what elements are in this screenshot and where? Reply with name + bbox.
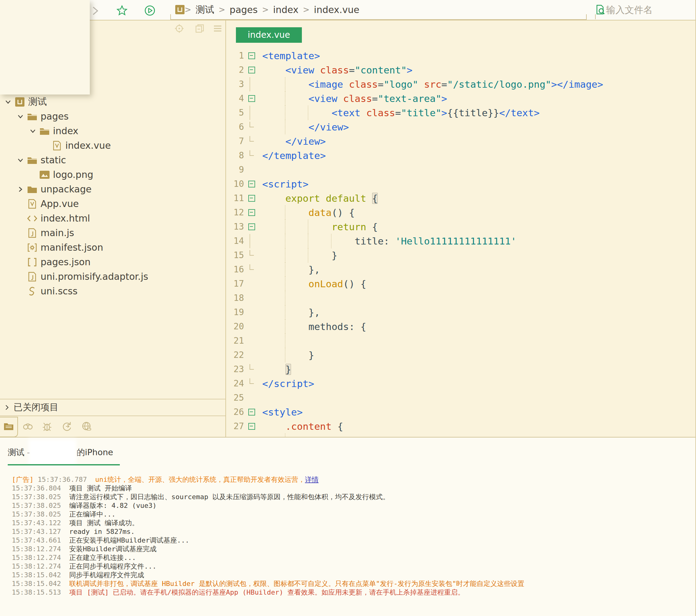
search-tab-icon[interactable] <box>22 421 33 432</box>
code-line-22[interactable]: 22} <box>226 348 696 362</box>
fold-toggle-icon[interactable] <box>246 91 259 106</box>
code-line-1[interactable]: 1<template> <box>226 49 696 63</box>
code-line-11[interactable]: 11export default { <box>226 191 696 205</box>
code-line-9[interactable]: 9 <box>226 163 696 177</box>
line-number: 1 <box>226 49 246 63</box>
code-line-23[interactable]: 23} <box>226 362 696 376</box>
scss-file-icon <box>27 286 37 296</box>
tree-item-x[interactable]: 测试 <box>0 94 225 109</box>
line-number: 25 <box>226 391 246 405</box>
breadcrumb-item[interactable]: 测试 <box>196 3 214 16</box>
tree-item-pages.json[interactable]: pages.json <box>0 255 225 269</box>
breadcrumb-item[interactable]: index <box>273 4 299 15</box>
folder-file-icon <box>27 155 37 166</box>
menu-icon[interactable] <box>213 24 223 33</box>
code-line-10[interactable]: 10<script> <box>226 177 696 191</box>
fold-toggle-icon[interactable] <box>246 49 259 63</box>
files-tab-icon[interactable] <box>3 421 14 432</box>
json-file-icon <box>27 257 37 267</box>
tree-item-logo.png[interactable]: logo.png <box>0 167 225 182</box>
fold-gutter <box>246 262 259 277</box>
code-line-6[interactable]: 6</view> <box>226 120 696 134</box>
code-line-17[interactable]: 17onLoad() { <box>226 277 696 291</box>
tree-item-manifest.json[interactable]: manifest.json <box>0 240 225 255</box>
chevron-placeholder <box>17 258 25 266</box>
code-editor[interactable]: index.vue 1<template>2<view class="conte… <box>226 20 696 437</box>
code-line-7[interactable]: 7</view> <box>226 134 696 149</box>
log-timestamp: 15:37:43.661 <box>12 536 69 544</box>
code-text: </script> <box>259 376 314 391</box>
line-number: 8 <box>226 149 246 163</box>
fold-gutter <box>246 305 259 320</box>
code-line-28[interactable]: 28display: flex; <box>226 433 696 437</box>
log-timestamp: 15:37:38.025 <box>12 510 69 518</box>
code-line-14[interactable]: 14title: 'Hello11111111111111' <box>226 234 696 248</box>
fold-toggle-icon[interactable] <box>246 63 259 77</box>
code-line-13[interactable]: 13return { <box>226 220 696 234</box>
collapse-all-icon[interactable] <box>195 24 205 33</box>
code-line-27[interactable]: 27.content { <box>226 419 696 433</box>
html-file-icon <box>27 213 37 224</box>
code-line-8[interactable]: 8</template> <box>226 149 696 163</box>
fold-toggle-icon[interactable] <box>246 177 259 191</box>
code-line-5[interactable]: 5<text class="title">{{title}}</text> <box>226 106 696 120</box>
closed-projects-section[interactable]: 已关闭项目 <box>0 399 225 416</box>
code-line-4[interactable]: 4<view class="text-area"> <box>226 91 696 106</box>
tree-item-main.js[interactable]: main.js <box>0 226 225 240</box>
locate-file-icon[interactable] <box>174 24 184 33</box>
code-line-18[interactable]: 18 <box>226 291 696 305</box>
tree-item-uni.scss[interactable]: uni.scss <box>0 284 225 298</box>
tree-item-App.vue[interactable]: App.vue <box>0 197 225 211</box>
tree-item-pages[interactable]: pages <box>0 109 225 124</box>
breadcrumb-item[interactable]: pages <box>230 4 258 15</box>
fold-toggle-icon[interactable] <box>246 405 259 419</box>
fold-gutter <box>246 362 259 376</box>
code-line-15[interactable]: 15} <box>226 248 696 262</box>
code-line-25[interactable]: 25 <box>226 391 696 405</box>
line-number: 26 <box>226 405 246 419</box>
fold-toggle-icon[interactable] <box>246 191 259 205</box>
file-search[interactable] <box>595 0 696 19</box>
log-timestamp: 15:38:15.513 <box>12 588 69 596</box>
code-area[interactable]: 1<template>2<view class="content">3<imag… <box>226 49 696 437</box>
fold-toggle-icon[interactable] <box>246 220 259 234</box>
fold-gutter <box>246 277 259 291</box>
tree-item-uni.promisify.adaptor.js[interactable]: uni.promisify.adaptor.js <box>0 269 225 284</box>
tree-item-static[interactable]: static <box>0 153 225 167</box>
tree-item-unpackage[interactable]: unpackage <box>0 182 225 197</box>
fold-gutter <box>246 334 259 348</box>
fold-gutter <box>246 120 259 134</box>
code-line-21[interactable]: 21 <box>226 334 696 348</box>
run-play-icon[interactable] <box>144 5 155 16</box>
tree-item-index.html[interactable]: index.html <box>0 211 225 226</box>
sync-tab-icon[interactable] <box>61 421 73 432</box>
code-line-24[interactable]: 24</script> <box>226 376 696 391</box>
code-line-3[interactable]: 3<image class="logo" src="/static/logo.p… <box>226 77 696 91</box>
star-icon[interactable] <box>116 5 128 16</box>
editor-tab-index-vue[interactable]: index.vue <box>236 27 302 43</box>
chevron-down-icon[interactable] <box>17 112 25 121</box>
fold-gutter <box>246 248 259 262</box>
web-tab-icon[interactable] <box>81 421 92 432</box>
breadcrumb-item[interactable]: index.vue <box>314 4 360 15</box>
code-line-16[interactable]: 16}, <box>226 262 696 277</box>
line-number: 27 <box>226 419 246 433</box>
code-line-2[interactable]: 2<view class="content"> <box>226 63 696 77</box>
chevron-down-icon[interactable] <box>29 127 37 135</box>
fold-toggle-icon[interactable] <box>246 205 259 220</box>
chevron-down-icon[interactable] <box>17 156 25 164</box>
tree-item-index.vue[interactable]: index.vue <box>0 138 225 153</box>
forward-chevron-icon[interactable] <box>92 6 99 15</box>
tree-item-index[interactable]: index <box>0 124 225 138</box>
code-line-26[interactable]: 26<style> <box>226 405 696 419</box>
debug-tab-icon[interactable] <box>42 421 53 432</box>
fold-toggle-icon[interactable] <box>246 419 259 433</box>
chevron-down-icon[interactable] <box>5 98 13 106</box>
code-line-19[interactable]: 19}, <box>226 305 696 320</box>
chevron-placeholder <box>17 287 25 295</box>
code-line-20[interactable]: 20methods: { <box>226 320 696 334</box>
search-input[interactable] <box>605 4 678 15</box>
code-line-12[interactable]: 12data() { <box>226 205 696 220</box>
log-detail-link[interactable]: 详情 <box>305 476 319 483</box>
chevron-right-icon[interactable] <box>17 185 25 194</box>
